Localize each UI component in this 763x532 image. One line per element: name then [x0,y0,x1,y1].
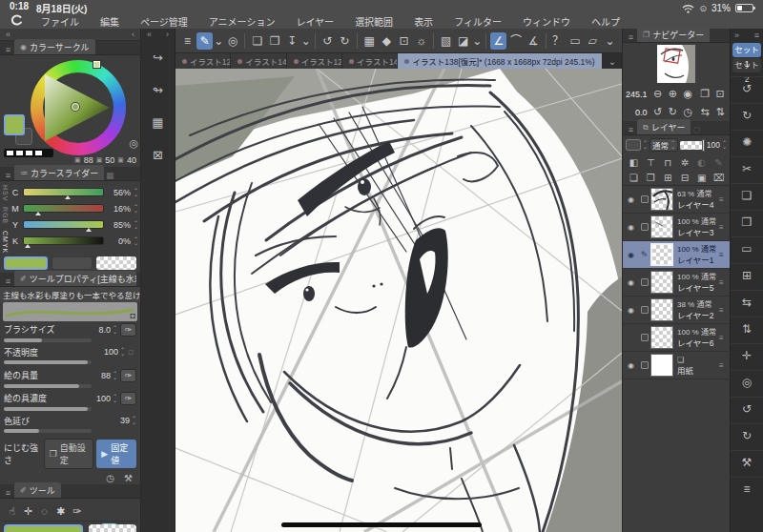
slider-k[interactable] [23,236,104,245]
expand-panel-icon[interactable]: » [734,31,739,40]
visibility-eye-icon[interactable]: ◉ [624,278,638,287]
zoom-out-button[interactable]: ⊖ [651,87,665,101]
layer-checkbox[interactable] [638,306,650,314]
actual-size-button[interactable]: ❐ [698,87,711,101]
reference-layer-icon[interactable]: ◐ [694,157,709,168]
tab-color-circle[interactable]: ◉ カラーサークル [14,39,95,54]
more-chevron-icon[interactable]: ⌄ [602,32,618,50]
tab-illust-141[interactable]: イラスト141[復 [342,53,398,69]
fit-window-button[interactable]: ⊡ [713,87,727,101]
transparent-color-swatch[interactable] [4,149,53,157]
layer-checkbox[interactable] [638,223,650,231]
layer-checkbox[interactable] [638,278,650,286]
panel-menu-icon[interactable]: ≡ [2,276,14,286]
visibility-eye-icon[interactable]: ◉ [624,306,638,315]
inherit-opacity-icon[interactable]: ⊤ [644,157,658,168]
tab-color-set[interactable]: ▦ [104,171,115,180]
current-color-chip[interactable] [4,256,48,270]
menu-view[interactable]: 表示 [403,14,443,29]
sub-color-chip[interactable] [52,256,93,270]
tool-chevron-icon[interactable]: ⌄ [214,32,223,50]
edge-rotate-cw-icon[interactable]: ↻ [731,423,763,450]
move-tool[interactable]: ✛ [20,503,36,519]
edge-rotate-ccw-icon[interactable]: ↺ [731,397,763,423]
expand-strip-icon[interactable]: › [166,30,169,39]
panel-back-icon[interactable]: ‹ [132,30,134,39]
menu-layer[interactable]: レイヤー [285,14,344,29]
tab-list-chevron-icon[interactable]: ⌄ [603,56,622,67]
slider-c[interactable] [23,188,104,196]
color-stretch-stepper[interactable]: ⌃⌄ [132,417,136,424]
edge-processing-icon[interactable]: ✺ [731,130,763,156]
menu-filter[interactable]: フィルター [443,14,512,29]
pen-pressure-button[interactable]: ✑ [120,323,136,337]
tab-tool[interactable]: ✐ ツール [14,482,61,498]
collapse-left-icon[interactable]: « [6,30,10,39]
layer-thumbnail[interactable] [650,271,673,294]
stepper-m[interactable]: ⌃⌄ [134,205,138,213]
edge-cut-icon[interactable]: ✂ [731,156,763,183]
snap-special-icon[interactable]: ∡ [526,32,542,50]
menu-help[interactable]: ヘルプ [581,14,630,29]
tab-layer-search[interactable]: ◌ [691,125,702,134]
ruler-chevron-icon[interactable]: ⌄ [472,32,482,50]
edge-redo-icon[interactable]: ↻ [731,103,763,130]
crop-icon[interactable]: ⊡ [396,32,412,50]
apply-mask-icon[interactable]: ▣ [694,173,709,183]
layer-thumbnail[interactable] [650,215,673,238]
deselect-icon[interactable]: ▦ [361,32,378,50]
ruler-a-icon[interactable]: ▧ [438,32,454,50]
layer-thumbnail[interactable] [650,326,673,349]
lasso-tool[interactable]: ◌ [36,503,52,519]
reset-rotation-button[interactable]: ◷ [681,105,694,119]
edge-move-keyframe-icon[interactable]: ✛ [731,343,763,370]
transfer-down-icon[interactable]: ⊞ [661,173,675,183]
main-color-bar[interactable] [4,524,83,532]
brush-size-stepper[interactable]: ⌃⌄ [113,326,117,334]
panel-menu-icon[interactable]: ≡ [625,125,637,134]
visibility-eye-icon[interactable]: ◉ [624,361,638,370]
opacity-option-icon[interactable]: ▫ [125,347,136,357]
edge-paste-icon[interactable]: ❐ [731,210,763,236]
palette-color-stepper[interactable]: ⌃⌄ [643,141,648,149]
paint-density-stepper[interactable]: ⌃⌄ [113,395,117,402]
tab-layer[interactable]: ⧉ レイヤー [637,119,691,134]
layer-opacity-slider[interactable] [680,141,705,150]
clip-to-below-icon[interactable]: ◧ [627,157,641,168]
layer-thumbnail[interactable] [650,243,673,266]
layer-row-menu-icon[interactable]: ≡ [719,361,729,370]
layer-row-2[interactable]: ◉ 38 % 通常レイヤー2 ≡ [623,297,730,324]
visibility-eye-icon[interactable]: ◉ [624,251,638,259]
close-box-icon[interactable]: ⊠ [153,148,163,162]
fit-screen-button[interactable]: ◉ [681,87,694,101]
edge-bar-menu-icon[interactable]: ≡ [731,477,763,503]
layer-checkbox[interactable] [638,195,650,203]
menu-file[interactable]: ファイル [31,14,90,29]
new-folder-icon[interactable]: ❐ [644,173,658,183]
menu-window[interactable]: ウィンドウ [512,14,581,29]
layer-row-menu-icon[interactable]: ≡ [719,278,729,287]
color-mode-icon[interactable]: ◎ [129,137,138,150]
edge-mesh-transform-icon[interactable]: ⊞ [731,263,763,290]
layer-thumbnail[interactable] [650,298,673,321]
merge-down-icon[interactable]: ⊟ [677,173,691,183]
tab-tool-property[interactable]: ✐ ツールプロパティ[主線も水彩も厚塗り [14,271,136,286]
main-color-swatch[interactable] [4,114,25,135]
edge-flip-vertical-icon[interactable]: ⇅ [731,317,763,343]
canvas-artwork[interactable] [175,69,622,532]
tab-set-1[interactable]: セット1 [732,43,761,57]
edge-flip-horizontal-icon[interactable]: ⇆ [731,290,763,317]
tab-navigator[interactable]: ❐ ナビゲーター [637,27,710,42]
ruler-b-icon[interactable]: ◪ [455,32,471,50]
lock-layer-icon[interactable]: ⊓ [661,157,675,168]
layer-checkbox[interactable] [638,334,650,341]
help-icon[interactable]: ？ [549,32,566,50]
edge-transform-icon[interactable]: ▭ [731,236,763,263]
tool-settings-icon[interactable]: ⚒ [124,473,133,483]
sv-marker[interactable] [72,103,79,111]
layer-row-menu-icon[interactable]: ≡ [719,223,729,232]
mode-cmyk[interactable]: CMYK [2,231,9,254]
operation-pen-icon[interactable]: ✎ [196,32,213,50]
blend-mode-dropdown[interactable]: 通常 ⌃⌄ [650,138,678,152]
layer-row-menu-icon[interactable]: ≡ [719,306,729,315]
